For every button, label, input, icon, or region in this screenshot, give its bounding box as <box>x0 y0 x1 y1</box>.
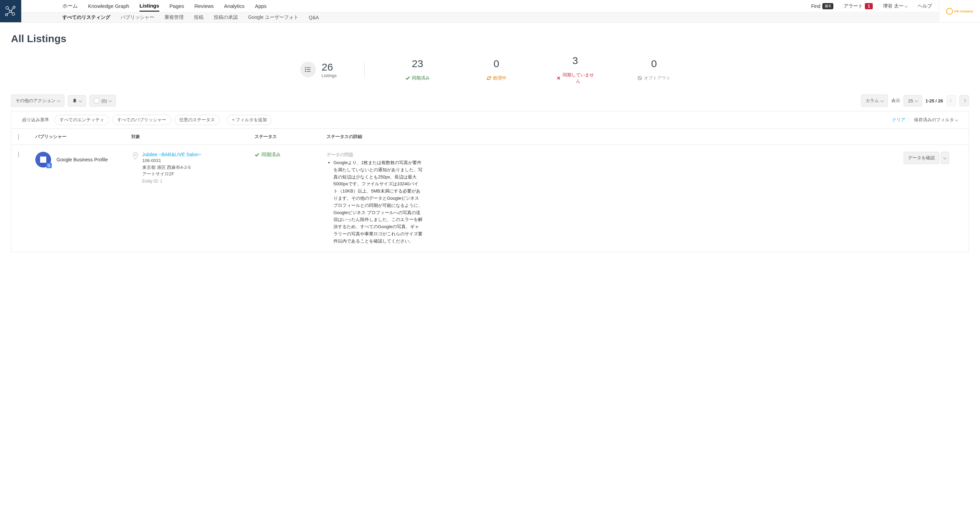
subnav-duplicates[interactable]: 重複管理 <box>164 14 184 21</box>
nav-analytics[interactable]: Analytics <box>224 1 245 11</box>
alert-count-badge: 1 <box>865 3 873 9</box>
other-actions-button[interactable]: その他のアクション <box>11 95 64 107</box>
prev-page-button[interactable] <box>947 95 956 106</box>
saved-filters-button[interactable]: 保存済みのフィルタ <box>908 117 958 123</box>
nav-pages[interactable]: Pages <box>170 1 185 11</box>
svg-line-16 <box>639 77 641 80</box>
stat-processing[interactable]: 0 処理中 <box>471 58 522 81</box>
show-label: 表示 <box>891 98 900 104</box>
chevron-down-icon <box>79 98 81 103</box>
chevron-down-icon <box>915 98 918 103</box>
checkbox-icon <box>94 98 99 103</box>
google-business-icon <box>35 152 51 167</box>
nav-reviews[interactable]: Reviews <box>194 1 214 11</box>
x-icon <box>557 76 561 81</box>
subnav-posts[interactable]: 投稿 <box>194 14 204 21</box>
entity-address: 東京都 港区 西麻布4-2-5 <box>142 164 202 171</box>
chevron-down-icon <box>944 156 946 161</box>
chevron-down-icon <box>955 118 958 122</box>
svg-line-6 <box>11 8 13 11</box>
find-label: Find <box>811 3 820 9</box>
select-all-checkbox[interactable] <box>18 134 19 140</box>
stat-listings-label: Listings <box>321 73 336 78</box>
alerts-button[interactable]: アラート 1 <box>844 3 873 9</box>
nav-listings[interactable]: Listings <box>140 1 159 12</box>
add-filter-button[interactable]: + フィルタを追加 <box>227 115 272 125</box>
select-count-button[interactable]: (0) <box>89 95 116 107</box>
table-row: Google Business Profile Jubilee ~BAR&LIV… <box>11 145 969 252</box>
user-name: 堺谷 太一 <box>883 3 904 9</box>
subnav-publishers[interactable]: パブリッシャー <box>121 14 154 21</box>
filter-any-status[interactable]: 任意のステータス <box>174 115 220 125</box>
nav-knowledge-graph[interactable]: Knowledge Graph <box>88 1 129 11</box>
row-menu-button[interactable] <box>940 152 949 164</box>
subnav-all-listings[interactable]: すべてのリスティング <box>62 14 110 21</box>
chevron-down-icon <box>109 98 111 103</box>
th-status: ステータス <box>255 134 326 140</box>
subnav-post-approval[interactable]: 投稿の承認 <box>214 14 238 21</box>
stat-listings: 26 Listings <box>300 61 364 78</box>
ban-icon <box>637 76 642 81</box>
svg-point-14 <box>305 71 306 72</box>
bell-icon <box>72 98 77 103</box>
svg-line-7 <box>7 12 10 14</box>
help-link[interactable]: ヘルプ <box>918 3 932 9</box>
app-logo[interactable] <box>0 0 21 22</box>
list-icon <box>300 62 316 78</box>
chevron-left-icon <box>950 98 953 103</box>
subnav-qa[interactable]: Q&A <box>309 15 319 20</box>
svg-line-5 <box>8 9 10 11</box>
chevron-right-icon <box>963 98 966 103</box>
check-icon <box>255 153 259 157</box>
find-button[interactable]: Find ⌘K <box>811 3 834 9</box>
th-status-detail: ステータスの詳細 <box>326 134 904 140</box>
status-text: 同期済み <box>261 152 281 158</box>
verify-data-button[interactable]: データを確認 <box>904 152 939 164</box>
stat-synced[interactable]: 23 同期済み <box>392 58 444 81</box>
entity-building: アートサイロ2F <box>142 170 202 177</box>
th-publisher: パブリッシャー <box>32 134 131 140</box>
th-target: 対象 <box>131 134 255 140</box>
svg-point-12 <box>305 67 306 68</box>
user-menu[interactable]: 堺谷 太一 <box>883 3 907 9</box>
check-icon <box>406 76 410 81</box>
refresh-icon <box>487 76 492 81</box>
page-range: 1-25 / 26 <box>926 98 943 103</box>
entity-postal: 106-0031 <box>142 157 202 164</box>
nav-apps[interactable]: Apps <box>255 1 267 11</box>
detail-body: Googleより、1枚または複数枚の写真が要件を満たしていないとの通知がありまし… <box>333 159 423 245</box>
chevron-down-icon <box>881 98 883 103</box>
clear-filters-link[interactable]: クリア <box>892 117 905 123</box>
chevron-down-icon <box>905 3 907 9</box>
entity-name-link[interactable]: Jubilee ~BAR&LIVE Salon~ <box>142 152 202 157</box>
stat-not-synced[interactable]: 3 同期していません <box>550 55 601 84</box>
filter-label: 絞り込み基準 <box>22 117 49 123</box>
page-title: All Listings <box>0 22 980 51</box>
publisher-name: Google Business Profile <box>57 157 108 162</box>
notifications-button[interactable] <box>68 95 86 107</box>
row-checkbox[interactable] <box>18 151 19 157</box>
stat-listings-count: 26 <box>321 61 336 73</box>
detail-title: データの問題: <box>326 152 904 158</box>
filter-all-entities[interactable]: すべてのエンティティ <box>54 115 109 125</box>
company-logo: KB company <box>939 0 980 22</box>
entity-id: Entity ID: 1 <box>142 179 202 184</box>
svg-line-8 <box>11 12 13 13</box>
chevron-down-icon <box>57 98 60 103</box>
columns-button[interactable]: カラム <box>861 95 888 107</box>
map-pin-icon <box>131 152 140 160</box>
nav-home[interactable]: ホーム <box>62 1 78 11</box>
svg-point-13 <box>305 69 306 70</box>
alert-label: アラート <box>844 3 863 9</box>
filter-all-publishers[interactable]: すべてのパブリッシャー <box>112 115 171 125</box>
table-header: パブリッシャー 対象 ステータス ステータスの詳細 <box>11 129 969 145</box>
page-size-select[interactable]: 25 <box>904 95 922 107</box>
find-shortcut: ⌘K <box>822 3 834 9</box>
stat-optout[interactable]: 0 オプトアウト <box>628 58 680 81</box>
svg-point-17 <box>135 154 136 156</box>
next-page-button[interactable] <box>959 95 969 106</box>
subnav-google-user-photos[interactable]: Google ユーザーフォト <box>248 14 299 21</box>
